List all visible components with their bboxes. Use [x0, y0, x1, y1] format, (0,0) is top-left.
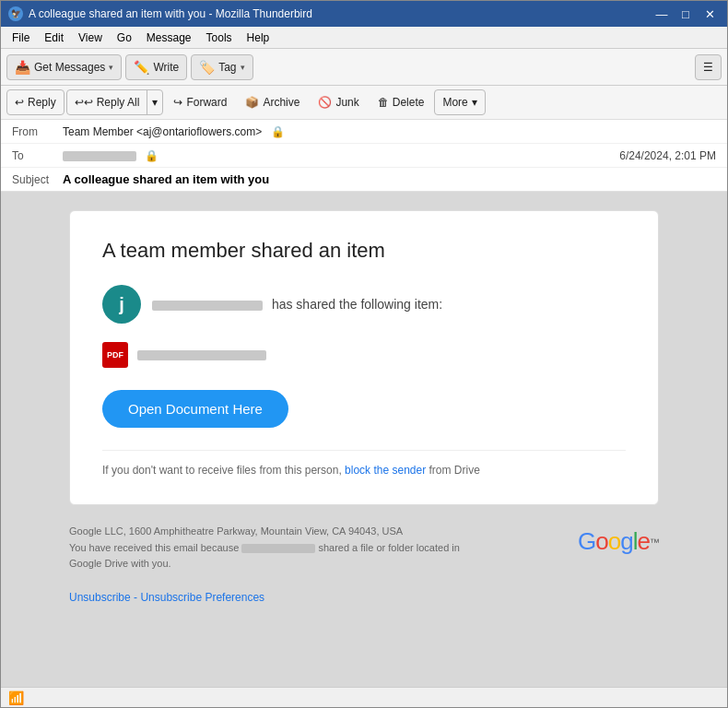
email-body: A team member shared an item j has share… [1, 192, 727, 687]
google-logo: Google™ [578, 527, 659, 556]
from-row: From Team Member <aj@ontarioflowers.com>… [1, 120, 727, 144]
menu-help[interactable]: Help [240, 30, 277, 46]
tag-dropdown-icon: ▾ [241, 63, 245, 72]
from-value: Team Member <aj@ontarioflowers.com> 🔒 [63, 125, 716, 138]
tag-button[interactable]: 🏷️ Tag ▾ [191, 54, 252, 80]
delete-button[interactable]: 🗑 Delete [370, 89, 433, 115]
tag-label: Tag [218, 61, 236, 74]
titlebar-left: 🦅 A colleague shared an item with you - … [8, 6, 312, 21]
menu-file[interactable]: File [5, 30, 37, 46]
reply-label: Reply [28, 96, 56, 109]
reply-all-dropdown-button[interactable]: ▾ [147, 89, 162, 115]
email-date: 6/24/2024, 2:01 PM [619, 149, 716, 162]
reply-all-dropdown-icon: ▾ [152, 96, 158, 109]
menu-view[interactable]: View [71, 30, 110, 46]
archive-icon: 📦 [245, 96, 259, 109]
from-name: Team Member <aj@ontarioflowers.com> [63, 125, 262, 138]
reply-all-icon: ↩↩ [75, 96, 93, 109]
close-button[interactable]: ✕ [699, 6, 720, 22]
menubar: File Edit View Go Message Tools Help [1, 27, 727, 49]
unsubscribe-row: Unsubscribe - Unsubscribe Preferences [69, 591, 659, 604]
subject-label: Subject [12, 173, 63, 186]
google-footer-text: Google LLC, 1600 Amphitheatre Parkway, M… [69, 524, 559, 572]
recipient-redacted [241, 544, 315, 553]
more-button[interactable]: More ▾ [435, 89, 484, 115]
write-label: Write [153, 61, 179, 74]
reply-button[interactable]: ↩ Reply [7, 89, 64, 115]
titlebar: 🦅 A colleague shared an item with you - … [1, 1, 727, 27]
archive-label: Archive [263, 96, 299, 109]
open-document-button[interactable]: Open Document Here [102, 390, 288, 428]
forward-label: Forward [186, 96, 227, 109]
delete-label: Delete [393, 96, 425, 109]
more-button-group: More ▾ [434, 89, 485, 115]
sender-name-redacted [152, 301, 263, 311]
to-redacted [63, 151, 136, 161]
archive-button[interactable]: 📦 Archive [237, 89, 308, 115]
action-toolbar: ↩ Reply ↩↩ Reply All ▾ ↪ Forward 📦 Archi… [1, 86, 727, 120]
shared-by-row: j has shared the following item: [102, 285, 626, 324]
block-sender-link[interactable]: block the sender [345, 464, 426, 477]
unsubscribe-link[interactable]: Unsubscribe [69, 591, 131, 604]
forward-button[interactable]: ↪ Forward [165, 89, 235, 115]
from-label: From [12, 125, 63, 138]
subject-value: A colleague shared an item with you [63, 172, 269, 186]
reply-all-label: Reply All [97, 96, 140, 109]
footer-prefix: If you don't want to receive files from … [102, 464, 342, 477]
junk-label: Junk [335, 96, 358, 109]
get-messages-button[interactable]: 📥 Get Messages ▾ [6, 54, 122, 80]
maximize-button[interactable]: □ [675, 6, 696, 22]
footer-line2: You have received this email because sha… [69, 540, 559, 557]
junk-icon: 🚫 [318, 96, 332, 109]
avatar-letter: j [119, 294, 124, 315]
file-row: PDF [102, 342, 626, 368]
minimize-button[interactable]: — [652, 6, 672, 22]
menu-edit[interactable]: Edit [37, 30, 71, 46]
junk-button[interactable]: 🚫 Junk [310, 89, 367, 115]
more-label: More [442, 96, 467, 109]
titlebar-controls: — □ ✕ [652, 6, 720, 22]
unsubscribe-preferences-link[interactable]: Unsubscribe Preferences [140, 591, 264, 604]
menu-message[interactable]: Message [139, 30, 199, 46]
footer-line3: Google Drive with you. [69, 556, 559, 572]
reply-button-group: ↩ Reply [6, 89, 65, 115]
to-row: To 🔒 6/24/2024, 2:01 PM [1, 144, 727, 168]
more-dropdown-icon: ▾ [472, 96, 477, 109]
to-security-icon: 🔒 [145, 149, 159, 162]
main-window: 🦅 A colleague shared an item with you - … [0, 0, 728, 708]
statusbar: 📶 [1, 687, 727, 707]
footer-suffix-text: from Drive [429, 464, 480, 477]
google-footer: Google LLC, 1600 Amphitheatre Parkway, M… [69, 524, 659, 572]
hamburger-menu-button[interactable]: ☰ [695, 54, 722, 80]
sender-avatar: j [102, 285, 141, 324]
to-value: 🔒 [63, 149, 619, 162]
email-header: From Team Member <aj@ontarioflowers.com>… [1, 120, 727, 192]
forward-icon: ↪ [173, 96, 182, 109]
window-title: A colleague shared an item with you - Mo… [29, 7, 312, 20]
pdf-icon: PDF [102, 342, 128, 368]
inbox-icon: 📥 [15, 60, 30, 75]
shared-text: has shared the following item: [272, 297, 442, 312]
main-toolbar: 📥 Get Messages ▾ ✏️ Write 🏷️ Tag ▾ ☰ [1, 49, 727, 86]
pencil-icon: ✏️ [134, 60, 149, 75]
app-icon: 🦅 [8, 6, 23, 21]
footer-note: If you don't want to receive files from … [102, 450, 626, 477]
reply-all-button-group: ↩↩ Reply All ▾ [66, 89, 164, 115]
subject-row: Subject A colleague shared an item with … [1, 168, 727, 191]
menu-tools[interactable]: Tools [199, 30, 240, 46]
email-content-card: A team member shared an item j has share… [69, 210, 659, 505]
tag-icon: 🏷️ [199, 60, 215, 75]
hamburger-icon: ☰ [703, 61, 713, 74]
get-messages-label: Get Messages [34, 61, 105, 74]
write-button[interactable]: ✏️ Write [125, 54, 187, 80]
reply-icon: ↩ [15, 96, 24, 109]
filename-redacted [137, 350, 266, 360]
security-icon: 🔒 [271, 125, 285, 138]
get-messages-dropdown-icon: ▾ [109, 63, 113, 72]
reply-all-button[interactable]: ↩↩ Reply All [67, 89, 148, 115]
to-label: To [12, 149, 63, 162]
footer-line1: Google LLC, 1600 Amphitheatre Parkway, M… [69, 524, 559, 540]
delete-icon: 🗑 [378, 96, 389, 109]
wifi-icon: 📶 [8, 690, 24, 705]
menu-go[interactable]: Go [110, 30, 139, 46]
